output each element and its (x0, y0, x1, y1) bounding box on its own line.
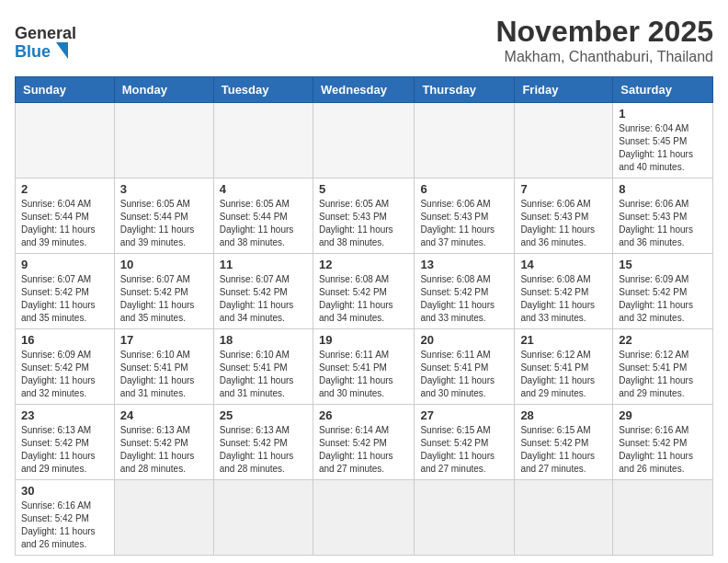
svg-text:Blue: Blue (15, 42, 51, 61)
weekday-header-monday: Monday (114, 77, 213, 103)
weekday-header-friday: Friday (515, 77, 613, 103)
day-number: 23 (21, 408, 108, 422)
calendar-cell (415, 480, 515, 556)
day-number: 8 (619, 182, 707, 196)
day-info: Sunrise: 6:13 AM Sunset: 5:42 PM Dayligh… (21, 424, 108, 476)
calendar-cell: 16Sunrise: 6:09 AM Sunset: 5:42 PM Dayli… (16, 329, 115, 405)
calendar-cell: 20Sunrise: 6:11 AM Sunset: 5:41 PM Dayli… (415, 329, 515, 405)
day-info: Sunrise: 6:06 AM Sunset: 5:43 PM Dayligh… (520, 198, 607, 249)
calendar-cell: 30Sunrise: 6:16 AM Sunset: 5:42 PM Dayli… (16, 480, 115, 556)
day-number: 24 (120, 408, 208, 422)
calendar-cell: 29Sunrise: 6:16 AM Sunset: 5:42 PM Dayli… (613, 405, 713, 480)
day-number: 22 (619, 333, 707, 347)
day-info: Sunrise: 6:09 AM Sunset: 5:42 PM Dayligh… (619, 273, 707, 325)
weekday-header-row: SundayMondayTuesdayWednesdayThursdayFrid… (16, 77, 713, 103)
calendar-cell: 14Sunrise: 6:08 AM Sunset: 5:42 PM Dayli… (515, 254, 613, 329)
calendar-table: SundayMondayTuesdayWednesdayThursdayFrid… (15, 76, 713, 556)
day-info: Sunrise: 6:13 AM Sunset: 5:42 PM Dayligh… (220, 424, 307, 476)
day-number: 30 (21, 484, 108, 498)
day-number: 4 (220, 182, 307, 196)
calendar-cell: 8Sunrise: 6:06 AM Sunset: 5:43 PM Daylig… (613, 178, 713, 254)
calendar-cell (515, 103, 613, 178)
day-info: Sunrise: 6:16 AM Sunset: 5:42 PM Dayligh… (619, 424, 707, 476)
weekday-header-thursday: Thursday (415, 77, 515, 103)
calendar-cell: 21Sunrise: 6:12 AM Sunset: 5:41 PM Dayli… (515, 329, 613, 405)
calendar-cell: 13Sunrise: 6:08 AM Sunset: 5:42 PM Dayli… (415, 254, 515, 329)
day-info: Sunrise: 6:12 AM Sunset: 5:41 PM Dayligh… (520, 349, 607, 400)
calendar-week-row-4: 23Sunrise: 6:13 AM Sunset: 5:42 PM Dayli… (16, 405, 713, 480)
day-info: Sunrise: 6:10 AM Sunset: 5:41 PM Dayligh… (220, 349, 307, 400)
day-number: 2 (21, 182, 108, 196)
calendar-cell: 12Sunrise: 6:08 AM Sunset: 5:42 PM Dayli… (313, 254, 414, 329)
location-title: Makham, Chanthaburi, Thailand (495, 49, 713, 65)
day-number: 7 (520, 182, 607, 196)
calendar-week-row-2: 9Sunrise: 6:07 AM Sunset: 5:42 PM Daylig… (16, 254, 713, 329)
calendar-cell (415, 103, 515, 178)
day-info: Sunrise: 6:05 AM Sunset: 5:44 PM Dayligh… (220, 198, 307, 249)
day-info: Sunrise: 6:11 AM Sunset: 5:41 PM Dayligh… (319, 349, 408, 400)
calendar-cell (313, 480, 414, 556)
day-number: 25 (220, 408, 307, 422)
day-info: Sunrise: 6:07 AM Sunset: 5:42 PM Dayligh… (220, 273, 307, 325)
day-number: 12 (319, 258, 408, 271)
day-info: Sunrise: 6:06 AM Sunset: 5:43 PM Dayligh… (619, 198, 707, 249)
day-number: 20 (420, 333, 508, 347)
calendar-cell: 27Sunrise: 6:15 AM Sunset: 5:42 PM Dayli… (415, 405, 515, 480)
day-number: 17 (120, 333, 208, 347)
weekday-header-saturday: Saturday (613, 77, 713, 103)
calendar-cell (313, 103, 414, 178)
day-number: 3 (120, 182, 208, 196)
day-number: 13 (420, 258, 508, 271)
title-section: November 2025 Makham, Chanthaburi, Thail… (495, 15, 713, 65)
day-number: 27 (420, 408, 508, 422)
day-info: Sunrise: 6:08 AM Sunset: 5:42 PM Dayligh… (319, 273, 408, 325)
calendar-cell (613, 480, 713, 556)
day-info: Sunrise: 6:10 AM Sunset: 5:41 PM Dayligh… (120, 349, 208, 400)
day-number: 5 (319, 182, 408, 196)
calendar-cell (16, 103, 115, 178)
calendar-cell: 23Sunrise: 6:13 AM Sunset: 5:42 PM Dayli… (16, 405, 115, 480)
calendar-cell: 1Sunrise: 6:04 AM Sunset: 5:45 PM Daylig… (613, 103, 713, 178)
calendar-cell: 28Sunrise: 6:15 AM Sunset: 5:42 PM Dayli… (515, 405, 613, 480)
day-info: Sunrise: 6:13 AM Sunset: 5:42 PM Dayligh… (120, 424, 208, 476)
calendar-week-row-0: 1Sunrise: 6:04 AM Sunset: 5:45 PM Daylig… (16, 103, 713, 178)
calendar-cell: 3Sunrise: 6:05 AM Sunset: 5:44 PM Daylig… (114, 178, 213, 254)
calendar-cell (213, 480, 313, 556)
day-info: Sunrise: 6:16 AM Sunset: 5:42 PM Dayligh… (21, 500, 108, 551)
weekday-header-tuesday: Tuesday (213, 77, 313, 103)
calendar-cell: 6Sunrise: 6:06 AM Sunset: 5:43 PM Daylig… (415, 178, 515, 254)
day-number: 11 (220, 258, 307, 271)
day-info: Sunrise: 6:15 AM Sunset: 5:42 PM Dayligh… (420, 424, 508, 476)
day-info: Sunrise: 6:12 AM Sunset: 5:41 PM Dayligh… (619, 349, 707, 400)
day-info: Sunrise: 6:11 AM Sunset: 5:41 PM Dayligh… (420, 349, 508, 400)
calendar-cell: 17Sunrise: 6:10 AM Sunset: 5:41 PM Dayli… (114, 329, 213, 405)
calendar-cell: 7Sunrise: 6:06 AM Sunset: 5:43 PM Daylig… (515, 178, 613, 254)
day-info: Sunrise: 6:05 AM Sunset: 5:43 PM Dayligh… (319, 198, 408, 249)
day-info: Sunrise: 6:08 AM Sunset: 5:42 PM Dayligh… (420, 273, 508, 325)
calendar-cell: 22Sunrise: 6:12 AM Sunset: 5:41 PM Dayli… (613, 329, 713, 405)
day-info: Sunrise: 6:07 AM Sunset: 5:42 PM Dayligh… (21, 273, 108, 325)
calendar-week-row-3: 16Sunrise: 6:09 AM Sunset: 5:42 PM Dayli… (16, 329, 713, 405)
day-info: Sunrise: 6:07 AM Sunset: 5:42 PM Dayligh… (120, 273, 208, 325)
day-number: 18 (220, 333, 307, 347)
calendar-week-row-5: 30Sunrise: 6:16 AM Sunset: 5:42 PM Dayli… (16, 480, 713, 556)
day-number: 1 (619, 107, 707, 121)
calendar-cell: 2Sunrise: 6:04 AM Sunset: 5:44 PM Daylig… (16, 178, 115, 254)
day-info: Sunrise: 6:04 AM Sunset: 5:45 PM Dayligh… (619, 122, 707, 174)
calendar-cell: 11Sunrise: 6:07 AM Sunset: 5:42 PM Dayli… (213, 254, 313, 329)
svg-marker-1 (56, 42, 68, 59)
calendar-cell: 4Sunrise: 6:05 AM Sunset: 5:44 PM Daylig… (213, 178, 313, 254)
calendar-cell: 18Sunrise: 6:10 AM Sunset: 5:41 PM Dayli… (213, 329, 313, 405)
day-number: 28 (520, 408, 607, 422)
calendar-cell: 15Sunrise: 6:09 AM Sunset: 5:42 PM Dayli… (613, 254, 713, 329)
calendar-cell: 24Sunrise: 6:13 AM Sunset: 5:42 PM Dayli… (114, 405, 213, 480)
day-info: Sunrise: 6:14 AM Sunset: 5:42 PM Dayligh… (319, 424, 408, 476)
calendar-week-row-1: 2Sunrise: 6:04 AM Sunset: 5:44 PM Daylig… (16, 178, 713, 254)
day-number: 21 (520, 333, 607, 347)
calendar-cell: 25Sunrise: 6:13 AM Sunset: 5:42 PM Dayli… (213, 405, 313, 480)
weekday-header-wednesday: Wednesday (313, 77, 414, 103)
day-number: 6 (420, 182, 508, 196)
calendar-cell: 9Sunrise: 6:07 AM Sunset: 5:42 PM Daylig… (16, 254, 115, 329)
day-info: Sunrise: 6:06 AM Sunset: 5:43 PM Dayligh… (420, 198, 508, 249)
calendar-cell (515, 480, 613, 556)
